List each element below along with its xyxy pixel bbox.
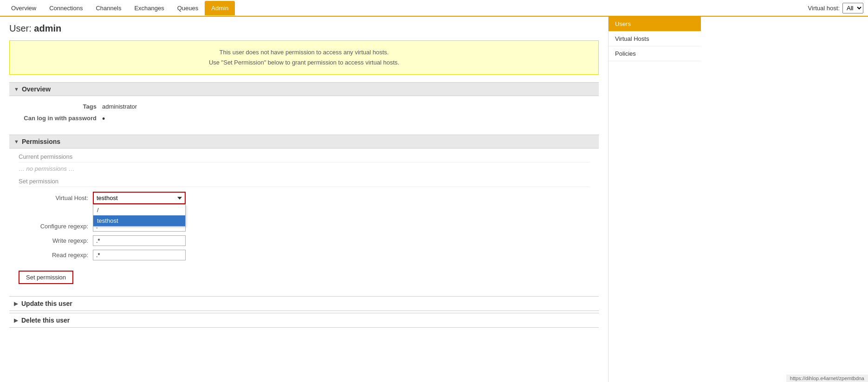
delete-user-section: ▶ Delete this user [9, 313, 599, 328]
virtual-host-select[interactable]: All [842, 3, 863, 13]
virtual-host-field-wrapper: testhost / testhost [93, 192, 186, 204]
overview-section-header[interactable]: ▼ Overview [9, 82, 599, 96]
status-bar: https://dihlop.e4arnet/zpemtbdna [786, 375, 868, 382]
sidebar-item-users[interactable]: Users [609, 17, 701, 32]
permissions-section: ▼ Permissions Current permissions … no p… [9, 135, 599, 289]
read-regexp-input[interactable] [93, 250, 186, 260]
permissions-section-header[interactable]: ▼ Permissions [9, 135, 599, 149]
tags-value: administrator [102, 103, 137, 110]
nav-connections[interactable]: Connections [43, 1, 89, 15]
nav-channels[interactable]: Channels [89, 1, 128, 15]
can-login-label: Can log in with password [19, 115, 102, 123]
no-permissions-text: … no permissions … [19, 165, 589, 172]
delete-user-arrow-icon: ▶ [14, 317, 18, 324]
virtual-host-form-label: Virtual Host: [19, 194, 93, 201]
vhost-dropdown-overlay: / testhost [93, 204, 186, 227]
permissions-section-label: Permissions [22, 138, 60, 145]
virtual-host-selector: Virtual host: All [808, 3, 863, 13]
page-title: User: admin [9, 23, 599, 34]
sidebar-item-policies[interactable]: Policies [609, 46, 701, 61]
nav-queues[interactable]: Queues [171, 1, 205, 15]
tags-row: Tags administrator [19, 101, 589, 112]
virtual-host-form-row: Virtual Host: testhost / testhost [19, 192, 589, 204]
sidebar-item-virtual-hosts[interactable]: Virtual Hosts [609, 32, 701, 46]
update-user-arrow-icon: ▶ [14, 301, 18, 307]
update-user-section: ▶ Update this user [9, 296, 599, 311]
vhost-option-testhost[interactable]: testhost [93, 215, 185, 226]
set-permission-button-wrapper: Set permission [19, 266, 589, 284]
overview-section: ▼ Overview Tags administrator Can log in… [9, 82, 599, 130]
update-user-header[interactable]: ▶ Update this user [9, 296, 599, 311]
set-permission-label: Set permission [19, 178, 589, 187]
permissions-arrow-icon: ▼ [14, 139, 19, 144]
read-regexp-row: Read regexp: [19, 250, 589, 260]
configure-regexp-label: Configure regexp: [19, 223, 93, 230]
overview-table: Tags administrator Can log in with passw… [9, 96, 599, 130]
main-content: User: admin This user does not have perm… [0, 17, 608, 382]
write-regexp-row: Write regexp: [19, 235, 589, 246]
write-regexp-label: Write regexp: [19, 237, 93, 244]
nav-admin[interactable]: Admin [205, 1, 235, 15]
permissions-content: Current permissions … no permissions … S… [9, 149, 599, 289]
top-navigation: Overview Connections Channels Exchanges … [0, 0, 868, 17]
delete-user-header[interactable]: ▶ Delete this user [9, 313, 599, 328]
vhost-dropdown[interactable]: testhost [94, 193, 185, 203]
can-login-value: • [102, 115, 105, 123]
write-regexp-input[interactable] [93, 235, 186, 246]
delete-user-label: Delete this user [21, 317, 70, 324]
warning-line2: Use "Set Permission" below to grant perm… [19, 58, 589, 68]
vhost-option-root[interactable]: / [93, 205, 185, 215]
overview-arrow-icon: ▼ [14, 86, 19, 92]
right-sidebar: Users Virtual Hosts Policies [608, 17, 701, 382]
set-permission-button[interactable]: Set permission [19, 271, 73, 284]
tags-label: Tags [19, 103, 102, 110]
vhost-select-wrapper[interactable]: testhost [93, 192, 186, 204]
overview-section-label: Overview [22, 85, 51, 93]
warning-box: This user does not have permission to ac… [9, 40, 599, 75]
status-url: https://dihlop.e4arnet/zpemtbdna [790, 376, 864, 381]
nav-exchanges[interactable]: Exchanges [128, 1, 170, 15]
can-login-row: Can log in with password • [19, 112, 589, 125]
current-permissions-label: Current permissions [19, 153, 589, 162]
warning-line1: This user does not have permission to ac… [19, 47, 589, 58]
nav-overview[interactable]: Overview [5, 1, 43, 15]
read-regexp-label: Read regexp: [19, 252, 93, 259]
virtual-host-label: Virtual host: [808, 5, 840, 12]
update-user-label: Update this user [21, 300, 72, 307]
